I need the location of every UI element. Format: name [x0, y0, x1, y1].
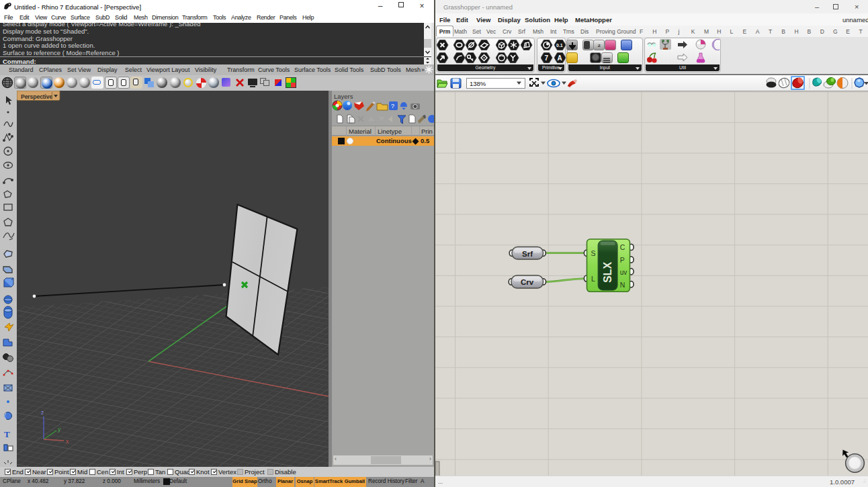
svg-text:T: T	[4, 429, 10, 439]
svg-text:A: A	[558, 54, 562, 62]
svg-text:P: P	[620, 256, 625, 264]
svg-text:Perspective: Perspective	[21, 93, 52, 100]
svg-text:Srf: Srf	[522, 250, 533, 258]
svg-text:C: C	[620, 243, 625, 251]
svg-text:0.1: 0.1	[556, 43, 563, 48]
svg-text:S: S	[591, 249, 596, 257]
svg-text:138%: 138%	[470, 80, 486, 87]
svg-text:uv: uv	[620, 269, 627, 276]
svg-text:N: N	[620, 281, 625, 289]
svg-text:?: ?	[391, 103, 394, 109]
svg-text:z: z	[41, 409, 44, 416]
svg-text:L: L	[591, 275, 595, 283]
svg-text:7: 7	[545, 54, 549, 62]
svg-text:Crv: Crv	[521, 278, 534, 286]
svg-text:SLX: SLX	[602, 262, 613, 283]
